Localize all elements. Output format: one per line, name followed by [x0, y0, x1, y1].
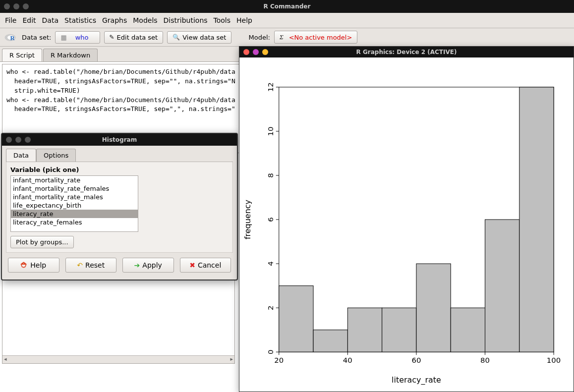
tab-data[interactable]: Data	[6, 149, 36, 162]
svg-rect-7	[382, 308, 416, 352]
dataset-value: who	[69, 34, 95, 41]
menu-models[interactable]: Models	[133, 16, 157, 24]
search-icon: 🔍	[172, 34, 180, 41]
graphics-titlebar: R Graphics: Device 2 (ACTIVE)	[239, 47, 574, 57]
cancel-button[interactable]: ✖Cancel	[180, 258, 231, 273]
minimize-icon[interactable]	[13, 3, 19, 9]
histogram-plot: 20406080100024681012literacy_ratefrequen…	[239, 57, 574, 392]
svg-text:4: 4	[266, 261, 275, 266]
scrollbar-horizontal[interactable]	[2, 355, 234, 363]
menu-statistics[interactable]: Statistics	[64, 16, 96, 24]
table-icon: ▦	[60, 34, 66, 41]
edit-dataset-button[interactable]: ✎ Edit data set	[104, 31, 164, 44]
menu-help[interactable]: Help	[236, 16, 252, 24]
list-item[interactable]: infant_mortality_rate	[11, 176, 138, 184]
plot-by-groups-button[interactable]: Plot by groups...	[10, 236, 74, 248]
list-item[interactable]: life_expectancy_birth	[11, 201, 138, 210]
apply-label: Apply	[142, 261, 162, 269]
tab-rscript[interactable]: R Script	[2, 49, 42, 61]
svg-text:20: 20	[274, 356, 284, 365]
variable-listbox[interactable]: infant_mortality_rateinfant_mortality_ra…	[10, 175, 138, 232]
svg-text:10: 10	[266, 126, 275, 136]
svg-rect-9	[451, 308, 485, 352]
svg-text:80: 80	[480, 356, 490, 365]
help-icon: ⛑	[21, 261, 28, 269]
svg-text:100: 100	[547, 356, 561, 365]
menu-data[interactable]: Data	[42, 16, 58, 24]
menu-graphs[interactable]: Graphs	[102, 16, 127, 24]
maximize-icon[interactable]	[25, 137, 31, 143]
model-label: Model:	[248, 34, 270, 41]
view-dataset-label: View data set	[182, 34, 226, 41]
main-titlebar: R Commander	[0, 0, 574, 13]
edit-dataset-label: Edit data set	[117, 34, 158, 41]
list-item[interactable]: literacy_rate_females	[11, 218, 138, 226]
reset-button[interactable]: ↶Reset	[65, 258, 117, 273]
dataset-selector[interactable]: ▦ who	[55, 31, 100, 44]
sigma-icon: Σ	[280, 33, 284, 41]
cancel-label: Cancel	[198, 261, 221, 269]
dialog-tabs: Data Options	[6, 149, 233, 162]
tab-options[interactable]: Options	[36, 149, 76, 162]
svg-rect-4	[279, 286, 313, 352]
menu-distributions[interactable]: Distributions	[164, 16, 208, 24]
cancel-icon: ✖	[189, 261, 195, 269]
model-selector[interactable]: Σ <No active model>	[274, 31, 357, 44]
svg-rect-8	[416, 264, 451, 352]
svg-text:frequency: frequency	[243, 200, 252, 239]
toolbar: R Data set: ▦ who ✎ Edit data set 🔍 View…	[0, 28, 574, 47]
plot-area: 20406080100024681012literacy_ratefrequen…	[239, 57, 574, 392]
variable-label: Variable (pick one)	[10, 166, 229, 173]
svg-text:12: 12	[266, 82, 275, 92]
histogram-dialog: Histogram Data Options Variable (pick on…	[1, 133, 238, 280]
menu-tools[interactable]: Tools	[214, 16, 231, 24]
pencil-icon: ✎	[110, 34, 115, 41]
svg-text:8: 8	[266, 173, 275, 178]
menu-edit[interactable]: Edit	[22, 16, 36, 24]
svg-text:6: 6	[266, 217, 275, 222]
svg-text:0: 0	[266, 349, 275, 354]
dialog-title: Histogram	[102, 136, 137, 143]
r-logo-icon: R	[4, 31, 18, 43]
dialog-titlebar: Histogram	[2, 134, 237, 146]
minimize-icon[interactable]	[253, 49, 259, 55]
view-dataset-button[interactable]: 🔍 View data set	[167, 31, 231, 44]
svg-rect-5	[313, 330, 347, 352]
reset-icon: ↶	[77, 261, 83, 269]
close-icon[interactable]	[243, 49, 249, 55]
svg-rect-11	[519, 87, 554, 352]
maximize-icon[interactable]	[262, 49, 268, 55]
list-item[interactable]: infant_mortality_rate_females	[11, 184, 138, 193]
output-area[interactable]	[2, 275, 235, 364]
svg-text:40: 40	[343, 356, 352, 365]
dataset-label: Data set:	[22, 34, 51, 41]
model-value: <No active model>	[289, 34, 352, 41]
help-button[interactable]: ⛑Help	[8, 258, 59, 273]
help-label: Help	[30, 261, 46, 269]
svg-text:60: 60	[411, 356, 421, 365]
close-icon[interactable]	[4, 3, 10, 9]
list-item[interactable]: literacy_rate	[11, 210, 138, 218]
minimize-icon[interactable]	[15, 137, 21, 143]
menubar: File Edit Data Statistics Graphs Models …	[0, 13, 574, 28]
reset-label: Reset	[85, 261, 105, 269]
tab-rmarkdown[interactable]: R Markdown	[43, 49, 98, 61]
svg-rect-10	[485, 220, 519, 352]
apply-icon: ➔	[134, 261, 140, 269]
maximize-icon[interactable]	[23, 3, 29, 9]
apply-button[interactable]: ➔Apply	[122, 258, 174, 273]
svg-text:literacy_rate: literacy_rate	[392, 375, 441, 385]
list-item[interactable]: infant_mortality_rate_males	[11, 193, 138, 201]
svg-text:R: R	[10, 35, 15, 42]
svg-rect-6	[347, 308, 382, 352]
graphics-title: R Graphics: Device 2 (ACTIVE)	[356, 49, 457, 56]
svg-text:2: 2	[266, 305, 275, 310]
close-icon[interactable]	[6, 137, 12, 143]
menu-file[interactable]: File	[5, 16, 16, 24]
graphics-window: R Graphics: Device 2 (ACTIVE) 2040608010…	[239, 46, 574, 392]
main-window-title: R Commander	[264, 3, 311, 10]
